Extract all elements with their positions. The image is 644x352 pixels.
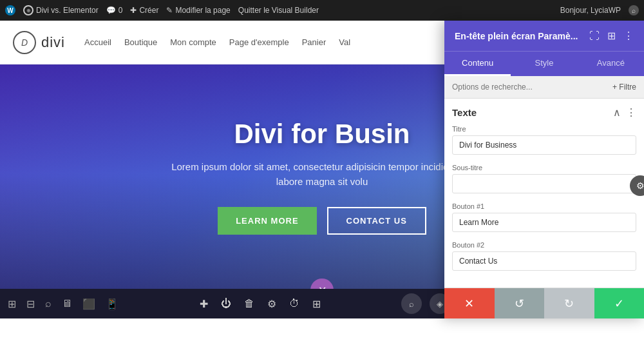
- plus-icon: ✚: [130, 6, 137, 15]
- section-icons: ∧ ⋮: [613, 106, 636, 119]
- sous-titre-input[interactable]: [452, 174, 636, 193]
- admin-bar-create[interactable]: ✚ Créer: [130, 6, 158, 15]
- search-right-icon[interactable]: ⌕: [401, 293, 422, 314]
- search-options-input[interactable]: [452, 83, 607, 92]
- admin-bar-edit[interactable]: ✎ Modifier la page: [166, 6, 230, 15]
- nav-panier[interactable]: Panier: [302, 37, 327, 47]
- hero-subtitle: Lorem ipsum dolor sit amet, consectetur …: [161, 160, 483, 189]
- desktop-icon[interactable]: 🖥: [62, 298, 72, 309]
- section-title: Texte: [452, 107, 477, 118]
- undo-action-button[interactable]: ↺: [495, 288, 545, 318]
- tablet-icon[interactable]: ⬛: [82, 298, 95, 310]
- sous-titre-label: Sous-titre: [452, 164, 636, 171]
- hero-buttons: LEARN MORE CONTACT US: [161, 207, 483, 235]
- hero-title: Divi for Busin: [161, 119, 483, 150]
- tab-avance[interactable]: Avancé: [578, 52, 644, 76]
- history-icon[interactable]: ⏱: [289, 298, 299, 309]
- field-bouton2: Bouton #2: [452, 241, 636, 271]
- logo-circle: D: [13, 31, 36, 54]
- admin-search-icon[interactable]: ⌕: [629, 5, 639, 15]
- panel-title: En-tête plein écran Paramè...: [455, 31, 589, 41]
- more-options-icon[interactable]: ⋮: [623, 30, 634, 42]
- field-sous-titre: Sous-titre: [452, 164, 636, 193]
- hero-content: Divi for Busin Lorem ipsum dolor sit ame…: [148, 119, 496, 235]
- admin-bar: W ⊕ Divi vs. Elementor 💬 0 ✚ Créer ✎ Mod…: [0, 0, 644, 21]
- tab-contenu[interactable]: Contenu: [444, 52, 511, 76]
- layout2-icon[interactable]: ⊞: [312, 298, 321, 310]
- site-logo: D divi: [13, 31, 65, 54]
- nav-page-exemple[interactable]: Page d'exemple: [229, 37, 289, 47]
- bottom-center-icons: ✚ ⏻ 🗑 ⚙ ⏱ ⊞: [118, 298, 401, 310]
- bouton1-label: Bouton #1: [452, 202, 636, 210]
- titre-input[interactable]: [452, 135, 636, 155]
- panel-body: Texte ∧ ⋮ Titre Sous-titre Bouton #1 Bou: [444, 99, 644, 288]
- admin-bar-user: Bonjour, LyciaWP: [560, 6, 621, 15]
- nav-val[interactable]: Val: [339, 37, 350, 47]
- settings-panel: En-tête plein écran Paramè... ⛶ ⊞ ⋮ Cont…: [444, 21, 644, 318]
- settings-icon[interactable]: ⚙: [267, 298, 276, 310]
- field-titre: Titre: [452, 125, 636, 155]
- redo-action-button[interactable]: ↻: [544, 288, 594, 318]
- panel-tabs: Contenu Style Avancé: [444, 51, 644, 76]
- admin-bar-wp-logo[interactable]: W: [5, 5, 15, 15]
- grid-view-icon[interactable]: ⊞: [607, 30, 616, 42]
- add-module-icon[interactable]: ✚: [200, 298, 208, 310]
- power-icon[interactable]: ⏻: [221, 298, 231, 309]
- panel-header-icons: ⛶ ⊞ ⋮: [589, 30, 634, 42]
- bouton2-input[interactable]: [452, 251, 636, 271]
- admin-bar-divi[interactable]: ⊕ Divi vs. Elementor: [23, 5, 99, 15]
- site-nav: Accueil Boutique Mon compte Page d'exemp…: [84, 37, 350, 47]
- nav-mon-compte[interactable]: Mon compte: [170, 37, 216, 47]
- cancel-action-button[interactable]: ✕: [444, 288, 495, 318]
- nav-boutique[interactable]: Boutique: [124, 37, 157, 47]
- trash-icon[interactable]: 🗑: [244, 298, 254, 309]
- bouton2-label: Bouton #2: [452, 241, 636, 249]
- divi-icon: ⊕: [23, 5, 33, 15]
- contact-button[interactable]: CONTACT US: [327, 207, 426, 235]
- field-bouton1: Bouton #1: [452, 202, 636, 232]
- section-more-icon[interactable]: ⋮: [626, 106, 636, 119]
- comment-icon: 💬: [106, 6, 116, 15]
- admin-bar-quit[interactable]: Quitter le Visual Builder: [238, 6, 319, 15]
- search-icon[interactable]: ⌕: [45, 298, 52, 309]
- bouton1-input[interactable]: [452, 213, 636, 232]
- expand-icon[interactable]: ⛶: [589, 30, 600, 42]
- titre-label: Titre: [452, 125, 636, 133]
- learn-more-button[interactable]: LEARN MORE: [218, 207, 316, 235]
- admin-bar-comments[interactable]: 💬 0: [106, 6, 123, 15]
- section-header: Texte ∧ ⋮: [452, 106, 636, 119]
- logo-text: divi: [41, 34, 65, 51]
- tab-style[interactable]: Style: [511, 52, 577, 76]
- wp-logo-icon: W: [5, 5, 15, 15]
- pencil-icon: ✎: [166, 6, 173, 15]
- panel-header: En-tête plein écran Paramè... ⛶ ⊞ ⋮: [444, 21, 644, 51]
- bottom-left-icons: ⊞ ⊟ ⌕ 🖥 ⬛ 📱: [8, 298, 118, 310]
- confirm-action-button[interactable]: ✓: [594, 288, 645, 318]
- layout-icon[interactable]: ⊟: [26, 298, 35, 310]
- panel-search: + Filtre: [444, 76, 644, 99]
- filter-button[interactable]: + Filtre: [612, 83, 636, 92]
- grid-icon[interactable]: ⊞: [8, 298, 16, 310]
- mobile-icon[interactable]: 📱: [106, 298, 118, 310]
- panel-actions: ✕ ↺ ↻ ✓: [444, 288, 644, 318]
- collapse-section-icon[interactable]: ∧: [613, 106, 621, 119]
- nav-accueil[interactable]: Accueil: [84, 37, 111, 47]
